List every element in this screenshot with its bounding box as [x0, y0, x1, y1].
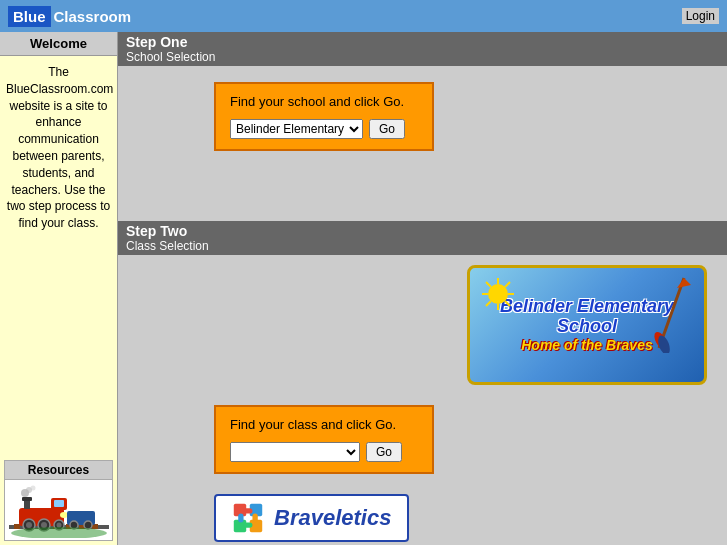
- step-one-header: Step One School Selection: [118, 32, 727, 66]
- class-select-row: Go: [230, 442, 418, 462]
- school-name-line2: School: [557, 316, 617, 336]
- logo-blue: Blue: [8, 6, 51, 27]
- tepee-icon: [649, 273, 699, 353]
- class-dropdown[interactable]: [230, 442, 360, 462]
- find-school-text: Find your school and click Go.: [230, 94, 418, 109]
- class-selection-box: Find your class and click Go. Go: [214, 405, 434, 474]
- svg-rect-10: [54, 500, 64, 507]
- svg-rect-12: [22, 497, 32, 501]
- braveletics-label: Braveletics: [274, 505, 391, 531]
- school-select-row: Belinder Elementary Go: [230, 119, 418, 139]
- school-name-text: Belinder Elementary School: [500, 297, 674, 337]
- train-icon: [9, 483, 109, 538]
- content-area: Step One School Selection Find your scho…: [118, 32, 727, 545]
- step-two-body: Belinder Elementary School Home of the B…: [118, 255, 727, 545]
- class-go-button[interactable]: Go: [366, 442, 402, 462]
- login-link[interactable]: Login: [682, 8, 719, 24]
- svg-line-34: [505, 282, 510, 287]
- school-logo-banner: Belinder Elementary School Home of the B…: [467, 265, 707, 385]
- svg-rect-44: [244, 508, 253, 513]
- svg-rect-45: [238, 514, 243, 523]
- svg-marker-37: [677, 278, 691, 288]
- sidebar-welcome-heading: Welcome: [0, 32, 117, 56]
- school-name-line1: Belinder Elementary: [500, 296, 674, 316]
- school-tagline: Home of the Braves: [500, 337, 674, 353]
- svg-point-22: [60, 512, 68, 518]
- school-go-button[interactable]: Go: [369, 119, 405, 139]
- svg-point-17: [26, 522, 32, 528]
- braveletics-puzzle-icon: [232, 502, 264, 534]
- sidebar: Welcome The BlueClassroom.com website is…: [0, 32, 118, 545]
- sidebar-train-image: [5, 480, 112, 540]
- find-class-text: Find your class and click Go.: [230, 417, 418, 432]
- header: Blue Classroom Login: [0, 0, 727, 32]
- svg-line-32: [486, 282, 491, 287]
- sidebar-description: The BlueClassroom.com website is a site …: [0, 56, 117, 456]
- svg-point-21: [56, 522, 61, 527]
- logo-box: Blue Classroom: [8, 6, 131, 27]
- svg-point-15: [30, 485, 35, 490]
- svg-line-35: [486, 301, 491, 306]
- step-two-header: Step Two Class Selection: [118, 221, 727, 255]
- school-selection-box: Find your school and click Go. Belinder …: [214, 82, 434, 151]
- school-dropdown[interactable]: Belinder Elementary: [230, 119, 363, 139]
- svg-rect-47: [252, 514, 257, 523]
- svg-rect-1: [14, 524, 20, 529]
- svg-rect-46: [244, 522, 253, 527]
- svg-point-25: [84, 521, 92, 529]
- sun-icon: [480, 276, 516, 312]
- svg-point-19: [41, 522, 47, 528]
- step-one-body: Find your school and click Go. Belinder …: [118, 66, 727, 221]
- step-two-title: Step Two: [126, 223, 719, 239]
- braveletics-box[interactable]: Braveletics: [214, 494, 409, 542]
- svg-line-33: [505, 301, 510, 306]
- logo-classroom: Classroom: [54, 8, 132, 25]
- sidebar-resources: Resources: [4, 460, 113, 541]
- step-two-subtitle: Class Selection: [126, 239, 719, 253]
- sidebar-resources-label: Resources: [5, 461, 112, 480]
- step-one-title: Step One: [126, 34, 719, 50]
- main-layout: Welcome The BlueClassroom.com website is…: [0, 32, 727, 545]
- step-one-subtitle: School Selection: [126, 50, 719, 64]
